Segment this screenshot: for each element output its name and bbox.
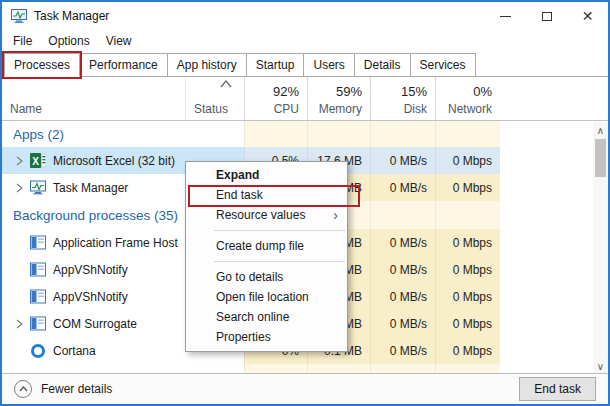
context-menu-item-create-dump-file[interactable]: Create dump file (186, 236, 347, 256)
app-window-icon (30, 262, 46, 277)
app-window-icon (30, 316, 46, 331)
memory-total: 59% (316, 84, 362, 99)
network-cell: 0 Mbps (435, 283, 500, 310)
network-cell: 0 Mbps (435, 256, 500, 283)
tab-users[interactable]: Users (304, 53, 354, 77)
column-header-name[interactable]: Name (2, 77, 185, 120)
disk-total: 15% (379, 84, 427, 99)
minimize-button[interactable] (485, 2, 526, 30)
excel-icon: X (30, 153, 46, 168)
column-header-disk[interactable]: 15% Disk (370, 77, 435, 120)
collapse-circle-icon (14, 380, 32, 398)
process-list: Apps (2) X Microsoft Excel (32 bit) (2, 121, 608, 374)
end-task-button[interactable]: End task (519, 377, 596, 401)
scrollbar-thumb[interactable] (595, 139, 606, 177)
task-manager-window: Task Manager ✕ File Options View Process… (0, 0, 610, 406)
group-header-apps[interactable]: Apps (2) (2, 121, 608, 147)
context-menu-item-expand[interactable]: Expand (186, 165, 347, 185)
context-menu-item-end-task[interactable]: End task (186, 185, 347, 205)
tab-app-history[interactable]: App history (168, 53, 247, 77)
process-name: COM Surrogate (53, 317, 137, 331)
expand-chevron-icon[interactable] (10, 156, 28, 166)
context-menu-item-properties[interactable]: Properties (186, 327, 347, 347)
tab-services[interactable]: Services (411, 53, 476, 77)
menu-separator (214, 261, 345, 262)
close-button[interactable]: ✕ (567, 2, 608, 30)
tab-details[interactable]: Details (355, 53, 411, 77)
cpu-total: 92% (253, 84, 299, 99)
scroll-down-icon[interactable]: ∨ (593, 358, 608, 374)
task-manager-app-icon (11, 9, 27, 23)
tab-startup[interactable]: Startup (247, 53, 305, 77)
context-menu-item-resource-values[interactable]: Resource values › (186, 205, 347, 225)
app-window-icon (30, 235, 46, 250)
app-window-icon (30, 289, 46, 304)
column-header-memory[interactable]: 59% Memory (307, 77, 370, 120)
taskmanager-icon (30, 180, 46, 195)
tab-strip: Processes Performance App history Startu… (2, 51, 608, 77)
fewer-details-label: Fewer details (41, 382, 112, 396)
disk-cell: 0 MB/s (370, 174, 435, 201)
network-cell: 0 Mbps (435, 337, 500, 364)
context-menu-item-open-file-location[interactable]: Open file location (186, 287, 347, 307)
network-total: 0% (444, 84, 492, 99)
menu-file[interactable]: File (5, 32, 40, 50)
window-title: Task Manager (34, 9, 109, 23)
expand-chevron-icon[interactable] (10, 319, 28, 329)
network-cell: 0 Mbps (435, 174, 500, 201)
context-menu-item-go-to-details[interactable]: Go to details (186, 267, 347, 287)
window-controls: ✕ (485, 2, 608, 30)
column-headers: Name Status 92% CPU 59% Memory 15% Disk … (2, 77, 608, 121)
fewer-details-toggle[interactable]: Fewer details (14, 380, 112, 398)
maximize-button[interactable] (526, 2, 567, 30)
column-header-cpu[interactable]: 92% CPU (244, 77, 307, 120)
close-icon: ✕ (582, 8, 594, 24)
network-cell: 0 Mbps (435, 147, 500, 174)
context-menu: Expand End task Resource values › Create… (185, 161, 348, 352)
process-name: Task Manager (53, 181, 128, 195)
network-cell: 0 Mbps (435, 229, 500, 256)
disk-cell: 0 MB/s (370, 283, 435, 310)
disk-cell: 0 MB/s (370, 256, 435, 283)
expand-chevron-icon[interactable] (10, 183, 28, 193)
minimize-icon (500, 16, 511, 17)
sort-ascending-icon (220, 80, 232, 88)
scroll-up-icon[interactable]: ∧ (593, 122, 608, 138)
process-name: AppVShNotify (53, 263, 128, 277)
disk-cell: 0 MB/s (370, 147, 435, 174)
column-header-network[interactable]: 0% Network (435, 77, 500, 120)
vertical-scrollbar[interactable]: ∧ ∨ (593, 122, 608, 374)
menu-options[interactable]: Options (40, 32, 97, 50)
process-name: AppVShNotify (53, 290, 128, 304)
network-cell: 0 Mbps (435, 310, 500, 337)
disk-cell: 0 MB/s (370, 310, 435, 337)
status-bar: Fewer details End task (2, 373, 608, 404)
tab-performance[interactable]: Performance (80, 53, 168, 77)
disk-cell: 0 MB/s (370, 337, 435, 364)
tab-processes[interactable]: Processes (4, 53, 80, 77)
process-name: Microsoft Excel (32 bit) (53, 154, 175, 168)
disk-cell: 0 MB/s (370, 229, 435, 256)
maximize-icon (542, 12, 552, 21)
titlebar: Task Manager ✕ (2, 2, 608, 30)
menu-separator (214, 230, 345, 231)
context-menu-item-search-online[interactable]: Search online (186, 307, 347, 327)
submenu-arrow-icon: › (333, 208, 338, 222)
process-name: Application Frame Host (53, 236, 178, 250)
column-header-status[interactable]: Status (185, 77, 244, 120)
menubar: File Options View (2, 30, 608, 51)
menu-view[interactable]: View (98, 32, 140, 50)
cortana-icon (31, 344, 45, 358)
svg-text:X: X (32, 156, 39, 167)
process-name: Cortana (53, 344, 96, 358)
